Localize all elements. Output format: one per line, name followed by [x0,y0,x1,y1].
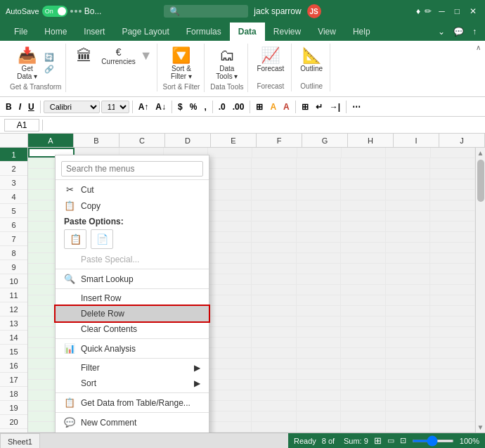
cell-J6[interactable] [430,200,475,210]
cell-h1[interactable] [342,148,386,158]
tab-home[interactable]: Home [36,23,75,41]
cell-F17[interactable] [252,316,297,326]
cell-F20[interactable] [252,348,297,358]
cell-I12[interactable] [386,264,431,274]
cell-H5[interactable] [341,190,386,200]
cell-G9[interactable] [297,232,342,242]
italic-button[interactable]: I [16,101,24,113]
cell-J7[interactable] [430,211,475,221]
cell-J20[interactable] [430,348,475,358]
cell-f1[interactable] [252,148,297,158]
cell-J13[interactable] [430,274,475,284]
menu-item-cut[interactable]: ✂ Cut [56,181,209,198]
cell-I5[interactable] [386,190,431,200]
vertical-scrollbar[interactable]: ▲ ▼ [475,148,485,433]
cell-I27[interactable] [386,422,431,432]
maximize-button[interactable]: □ [452,6,463,16]
cell-G6[interactable] [297,200,342,210]
cell-G15[interactable] [297,295,342,305]
cell-F3[interactable] [252,169,297,179]
cell-E14[interactable] [207,285,252,295]
cell-F23[interactable] [252,380,297,390]
cell-E17[interactable] [207,316,252,326]
cell-I15[interactable] [386,295,431,305]
cell-E13[interactable] [207,274,252,284]
cell-H10[interactable] [341,243,386,252]
cell-E26[interactable] [207,411,252,421]
row-num-4[interactable]: 4 [0,190,27,204]
indent-btn[interactable]: →| [327,101,343,113]
tab-help[interactable]: Help [344,23,379,41]
cell-I18[interactable] [386,327,431,337]
pencil-icon[interactable]: ✏ [425,6,432,16]
minimize-button[interactable]: ─ [436,6,448,16]
cell-F6[interactable] [252,200,297,210]
cell-G13[interactable] [297,274,342,284]
cell-H24[interactable] [341,390,386,400]
cell-I6[interactable] [386,200,431,210]
cell-H23[interactable] [341,380,386,390]
cell-G2[interactable] [297,158,342,168]
col-header-b[interactable]: B [74,134,119,147]
sort-filter-btn[interactable]: 🔽 Sort & Filter ▾ [168,45,195,82]
cell-F2[interactable] [252,158,297,168]
connections-btn[interactable]: 🔗 [41,64,57,75]
cell-H13[interactable] [341,274,386,284]
cell-F14[interactable] [252,285,297,295]
cell-E23[interactable] [207,380,252,390]
cell-F25[interactable] [252,401,297,411]
cell-I2[interactable] [386,158,431,168]
cell-G7[interactable] [297,211,342,221]
cell-H3[interactable] [341,169,386,179]
autosave-toggle[interactable]: On [42,6,67,17]
cell-I17[interactable] [386,316,431,326]
cell-G24[interactable] [297,390,342,400]
col-header-d[interactable]: D [165,134,211,147]
cell-E15[interactable] [207,295,252,305]
tab-insert[interactable]: Insert [75,23,113,41]
global-search[interactable]: 🔍 [164,5,248,18]
row-num-1[interactable]: 1 [0,148,27,162]
menu-item-delete-row[interactable]: Delete Row [56,306,209,321]
cell-G3[interactable] [297,169,342,179]
cell-I8[interactable] [386,222,431,231]
cell-J10[interactable] [430,243,475,252]
cell-I14[interactable] [386,285,431,295]
increase-font-btn[interactable]: A↑ [136,101,152,113]
share-button[interactable]: ↑ [470,27,479,37]
row-num-15[interactable]: 15 [0,345,27,359]
cell-G5[interactable] [297,190,342,200]
cell-E27[interactable] [207,422,252,432]
cell-G20[interactable] [297,348,342,358]
col-header-g[interactable]: G [302,134,348,147]
cell-J18[interactable] [430,327,475,337]
col-header-i[interactable]: I [394,134,439,147]
currencies-btn[interactable]: € Currencies [98,45,138,67]
cell-E22[interactable] [207,369,252,379]
col-header-e[interactable]: E [211,134,257,147]
borders-btn[interactable]: ⊞ [253,101,266,113]
formula-input[interactable] [46,120,481,131]
decrease-decimal-btn[interactable]: .0 [216,101,228,113]
cell-H15[interactable] [341,295,386,305]
cell-H18[interactable] [341,327,386,337]
cell-I16[interactable] [386,306,431,316]
row-num-3[interactable]: 3 [0,176,27,190]
cell-j1[interactable] [431,148,475,158]
cell-G4[interactable] [297,179,342,189]
bank-btn[interactable]: 🏛 [72,46,97,67]
row-num-9[interactable]: 9 [0,260,27,274]
font-size-select[interactable]: 11 [101,101,129,113]
cell-G26[interactable] [297,411,342,421]
cell-G19[interactable] [297,338,342,347]
cell-H27[interactable] [341,422,386,432]
comma-btn[interactable]: , [201,101,209,113]
cell-J8[interactable] [430,222,475,231]
cell-E18[interactable] [207,327,252,337]
tab-review[interactable]: Review [265,23,309,41]
tab-page-layout[interactable]: Page Layout [113,23,177,41]
cell-F18[interactable] [252,327,297,337]
cell-J2[interactable] [430,158,475,168]
row-num-21[interactable]: 21 [0,429,27,433]
cell-I21[interactable] [386,359,431,369]
